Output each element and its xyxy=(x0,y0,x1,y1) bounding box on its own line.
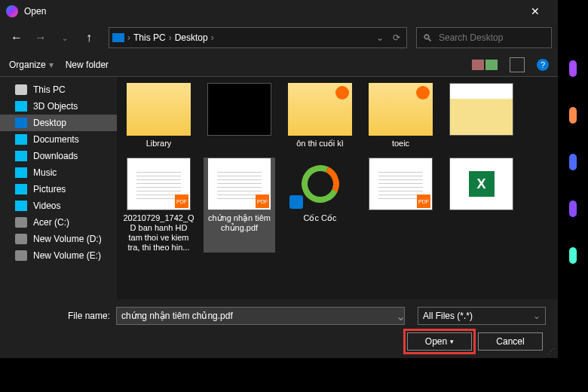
breadcrumb-dropdown-icon[interactable]: ⌄ xyxy=(373,32,387,43)
file-thumbnail xyxy=(207,83,271,136)
file-thumbnail xyxy=(127,83,191,136)
sidebar-item-label: Downloads xyxy=(33,151,78,161)
breadcrumb[interactable]: › This PC › Desktop › ⌄ ⟳ xyxy=(109,27,407,48)
sidebar-item-label: This PC xyxy=(33,84,66,95)
breadcrumb-root[interactable]: This PC xyxy=(133,32,166,43)
file-thumbnail: PDF xyxy=(127,158,191,210)
filetype-select[interactable]: All Files (*.*) ⌄ xyxy=(418,307,546,325)
file-thumbnail xyxy=(288,158,352,210)
sidebar-item-documents[interactable]: Documents xyxy=(0,131,117,148)
open-button[interactable]: Open ▾ xyxy=(407,332,472,351)
folder-cyan-icon xyxy=(15,167,27,178)
file-label: toeic xyxy=(392,139,409,149)
sidebar-item-acer-c-[interactable]: Acer (C:) xyxy=(0,214,117,231)
sidebar-item-videos[interactable]: Videos xyxy=(0,198,117,214)
view-options[interactable] xyxy=(472,60,498,70)
resize-grip[interactable]: ⋰ xyxy=(547,347,555,355)
chevron-down-icon: ▾ xyxy=(49,60,54,70)
folder-cyan-icon xyxy=(15,184,27,194)
file-thumbnail: X xyxy=(449,158,513,210)
search-box[interactable]: 🔍︎ xyxy=(416,27,552,48)
back-button[interactable]: ← xyxy=(6,27,27,48)
folder-cyan-icon xyxy=(15,101,27,112)
sidebar-item-music[interactable]: Music xyxy=(0,164,117,181)
drive-icon xyxy=(15,250,27,261)
external-sidebar xyxy=(558,45,588,347)
messenger-icon xyxy=(6,5,18,17)
filename-label: File name: xyxy=(12,311,110,321)
file-grid: Libraryôn thi cuối kìtoeicPDF20210729_17… xyxy=(117,77,558,299)
cancel-button[interactable]: Cancel xyxy=(478,332,543,351)
file-label: ôn thi cuối kì xyxy=(296,139,344,149)
help-icon[interactable]: ? xyxy=(537,59,549,71)
file-item[interactable]: Cốc Cốc xyxy=(284,158,356,253)
sidebar-item-3d-objects[interactable]: 3D Objects xyxy=(0,98,117,115)
sidebar-item-pictures[interactable]: Pictures xyxy=(0,181,117,198)
sidebar-item-this-pc[interactable]: This PC xyxy=(0,81,117,98)
organize-button[interactable]: Organize ▾ xyxy=(9,60,54,70)
sidebar-item-new-volume-d-[interactable]: New Volume (D:) xyxy=(0,231,117,247)
pill-icon[interactable] xyxy=(569,201,577,217)
file-item[interactable]: ôn thi cuối kì xyxy=(284,83,356,149)
sidebar-item-label: 3D Objects xyxy=(33,101,78,112)
folder-cyan-icon xyxy=(15,201,27,211)
refresh-icon[interactable]: ⟳ xyxy=(390,32,403,43)
sidebar-item-label: Music xyxy=(33,167,57,178)
drive-icon xyxy=(15,234,27,244)
up-button[interactable]: ↑ xyxy=(78,27,100,48)
pc-icon xyxy=(15,84,27,95)
sidebar-item-desktop[interactable]: Desktop xyxy=(0,115,117,131)
navigation-bar: ← → ⌄ ↑ › This PC › Desktop › ⌄ ⟳ 🔍︎ xyxy=(0,23,558,53)
sidebar-item-label: Acer (C:) xyxy=(33,217,69,228)
file-item[interactable]: toeic xyxy=(365,83,436,149)
file-item[interactable] xyxy=(204,83,275,149)
file-item[interactable]: PDF20210729_1742_QD ban hanh HD tam thoi… xyxy=(123,158,194,253)
sidebar-item-label: Desktop xyxy=(33,118,66,128)
recent-button[interactable]: ⌄ xyxy=(54,27,75,48)
search-icon: 🔍︎ xyxy=(423,32,433,44)
file-label: chứng nhận tiêm chủng.pdf xyxy=(204,213,275,233)
sidebar-item-label: Videos xyxy=(33,201,60,211)
preview-pane-icon[interactable] xyxy=(510,57,525,72)
file-item[interactable] xyxy=(446,83,517,149)
sidebar: This PC3D ObjectsDesktopDocumentsDownloa… xyxy=(0,77,117,299)
chevron-down-icon: ⌄ xyxy=(533,311,541,321)
chevron-right-icon: › xyxy=(169,32,172,43)
file-label: 20210729_1742_QD ban hanh HD tam thoi ve… xyxy=(123,213,194,253)
sidebar-item-new-volume-e-[interactable]: New Volume (E:) xyxy=(0,247,117,264)
breadcrumb-current[interactable]: Desktop xyxy=(175,32,208,43)
pc-icon xyxy=(112,33,124,42)
file-item[interactable]: PDF xyxy=(365,158,436,253)
file-label: Cốc Cốc xyxy=(304,213,337,223)
sidebar-item-label: New Volume (E:) xyxy=(33,250,101,261)
file-item[interactable]: Library xyxy=(123,83,194,149)
open-file-dialog: Open ✕ ← → ⌄ ↑ › This PC › Desktop › ⌄ ⟳… xyxy=(0,0,558,358)
pill-icon[interactable] xyxy=(569,247,577,264)
sidebar-item-label: New Volume (D:) xyxy=(33,234,102,244)
sidebar-item-label: Pictures xyxy=(33,184,66,194)
file-item[interactable]: X xyxy=(446,158,517,253)
new-folder-button[interactable]: New folder xyxy=(66,60,109,70)
folder-cyan-icon xyxy=(15,134,27,145)
forward-button[interactable]: → xyxy=(30,27,51,48)
file-thumbnail: PDF xyxy=(369,158,433,210)
file-thumbnail xyxy=(288,83,352,136)
pill-icon[interactable] xyxy=(569,60,577,77)
toolbar: Organize ▾ New folder ? xyxy=(0,53,558,77)
file-thumbnail xyxy=(369,83,433,136)
window-title: Open xyxy=(24,6,46,17)
folder-blue-icon xyxy=(15,118,27,128)
pill-icon[interactable] xyxy=(569,107,577,124)
close-icon[interactable]: ✕ xyxy=(518,0,552,23)
filename-input[interactable] xyxy=(116,307,405,325)
sidebar-item-downloads[interactable]: Downloads xyxy=(0,148,117,164)
file-item[interactable]: PDFchứng nhận tiêm chủng.pdf xyxy=(204,158,275,253)
search-input[interactable] xyxy=(439,32,552,43)
folder-cyan-icon xyxy=(15,151,27,161)
pill-icon[interactable] xyxy=(569,154,577,170)
filename-dropdown-icon[interactable]: ⌄ xyxy=(396,309,406,323)
file-thumbnail xyxy=(449,83,513,136)
drive-icon xyxy=(15,217,27,228)
dialog-footer: File name: ⌄ All Files (*.*) ⌄ Open ▾ Ca… xyxy=(0,299,558,358)
chevron-right-icon: › xyxy=(127,32,130,43)
